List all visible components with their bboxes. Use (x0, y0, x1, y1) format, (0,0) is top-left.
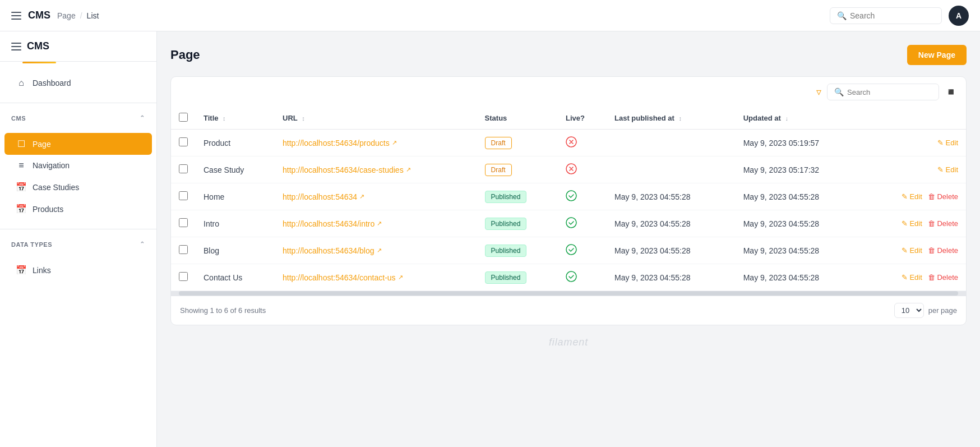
row-url[interactable]: http://localhost:54634/products ↗ (283, 139, 469, 148)
avatar[interactable]: A (949, 6, 969, 26)
row-checkbox[interactable] (179, 272, 188, 281)
updated-at-cell: May 9, 2023 05:17:32 (736, 156, 865, 183)
status-badge: Published (485, 218, 527, 230)
updated-at-cell: May 9, 2023 04:55:28 (736, 210, 865, 237)
last-published-cell: May 9, 2023 04:55:28 (607, 183, 736, 210)
sidebar-item-page[interactable]: ☐ Page (4, 133, 152, 155)
horizontal-scrollbar[interactable] (171, 291, 966, 296)
row-checkbox[interactable] (179, 218, 188, 227)
edit-button[interactable]: ✎ Edit (937, 165, 958, 174)
delete-button[interactable]: 🗑 Delete (928, 273, 958, 282)
home-icon: ⌂ (16, 78, 27, 88)
filter-icon[interactable]: ▿ (816, 86, 821, 98)
col-status: Status (477, 107, 558, 130)
edit-button[interactable]: ✎ Edit (902, 246, 922, 255)
showing-text: Showing 1 to 6 of 6 results (180, 306, 266, 315)
row-checkbox[interactable] (179, 164, 188, 173)
delete-button[interactable]: 🗑 Delete (928, 246, 958, 255)
sidebar-item-navigation[interactable]: ≡ Navigation (4, 155, 152, 176)
sidebar-item-links-label: Links (33, 266, 51, 275)
col-live: Live? (558, 107, 607, 130)
live-yes-icon (566, 244, 577, 255)
external-link-icon: ↗ (392, 139, 397, 146)
edit-button[interactable]: ✎ Edit (902, 273, 922, 282)
row-url[interactable]: http://localhost:54634/intro ↗ (283, 219, 469, 228)
action-cell: ✎ Edit 🗑 Delete (872, 273, 958, 282)
action-cell: ✎ Edit (872, 139, 958, 147)
table-row: Intro http://localhost:54634/intro ↗ Pub… (171, 210, 966, 237)
edit-button[interactable]: ✎ Edit (902, 219, 922, 228)
table-row: Product http://localhost:54634/products … (171, 130, 966, 156)
live-no-icon (566, 163, 577, 174)
row-title: Product (196, 130, 275, 156)
sidebar-item-products[interactable]: 📅 Products (4, 198, 152, 220)
last-published-cell (607, 130, 736, 156)
table-search-input[interactable] (847, 88, 932, 96)
delete-button[interactable]: 🗑 Delete (928, 219, 958, 228)
row-url[interactable]: http://localhost:54634 ↗ (283, 192, 469, 201)
sidebar-item-links[interactable]: 📅 Links (4, 259, 152, 281)
sidebar-item-dashboard[interactable]: ⌂ Dashboard (4, 72, 152, 94)
per-page-select[interactable]: 10 25 50 (894, 303, 924, 318)
delete-button[interactable]: 🗑 Delete (928, 192, 958, 201)
select-all-checkbox[interactable] (179, 113, 188, 122)
action-cell: ✎ Edit (872, 165, 958, 174)
status-badge: Published (485, 191, 527, 203)
sidebar-item-navigation-label: Navigation (33, 161, 70, 170)
edit-button[interactable]: ✎ Edit (937, 139, 958, 147)
sidebar-cms-header: CMS ⌃ (11, 110, 145, 124)
row-checkbox[interactable] (179, 245, 188, 254)
live-cell (558, 130, 607, 156)
row-checkbox[interactable] (179, 191, 188, 200)
last-published-cell: May 9, 2023 04:55:28 (607, 210, 736, 237)
links-icon: 📅 (16, 265, 27, 275)
action-cell: ✎ Edit 🗑 Delete (872, 246, 958, 255)
sidebar-hamburger-icon[interactable] (11, 43, 21, 50)
sidebar-data-types-nav: 📅 Links (0, 252, 156, 288)
topbar-right: 🔍 A (830, 6, 969, 26)
external-link-icon: ↗ (377, 220, 382, 227)
sidebar-data-types-section: DATA TYPES ⌃ (0, 232, 156, 252)
products-icon: 📅 (16, 204, 27, 214)
row-checkbox[interactable] (179, 137, 188, 146)
row-url[interactable]: http://localhost:54634/case-studies ↗ (283, 165, 469, 174)
last-published-cell: May 9, 2023 04:55:28 (607, 264, 736, 291)
sidebar-item-products-label: Products (33, 205, 63, 214)
hamburger-icon[interactable] (11, 12, 21, 20)
sidebar-cms-section: CMS ⌃ (0, 105, 156, 126)
watermark: filament (170, 325, 967, 360)
updated-at-cell: May 9, 2023 04:55:28 (736, 183, 865, 210)
topbar: CMS Page / List 🔍 A (0, 0, 980, 31)
topbar-search-input[interactable] (850, 11, 935, 20)
row-title: Intro (196, 210, 275, 237)
last-published-cell: May 9, 2023 04:55:28 (607, 237, 736, 264)
breadcrumb-page: Page (57, 11, 76, 20)
row-url[interactable]: http://localhost:54634/contact-us ↗ (283, 273, 469, 282)
row-title: Blog (196, 237, 275, 264)
status-badge: Published (485, 271, 527, 284)
sidebar-divider-1 (0, 103, 156, 103)
search-icon: 🔍 (837, 11, 847, 20)
navigation-icon: ≡ (16, 160, 27, 170)
live-yes-icon (566, 271, 577, 282)
topbar-search-box[interactable]: 🔍 (830, 7, 942, 24)
breadcrumb-separator: / (80, 11, 82, 20)
sidebar-cms-nav: ☐ Page ≡ Navigation 📅 Case Studies 📅 Pro… (0, 126, 156, 227)
columns-icon[interactable]: ◾ (945, 86, 957, 98)
external-link-icon: ↗ (377, 247, 382, 254)
status-badge: Published (485, 245, 527, 257)
svg-point-4 (566, 245, 576, 255)
table-row: Blog http://localhost:54634/blog ↗ Publi… (171, 237, 966, 264)
row-url[interactable]: http://localhost:54634/blog ↗ (283, 246, 469, 255)
new-page-button[interactable]: New Page (907, 45, 967, 65)
status-badge: Draft (485, 137, 512, 149)
sidebar-item-case-studies[interactable]: 📅 Case Studies (4, 176, 152, 198)
scrollbar-thumb (179, 291, 958, 296)
per-page-wrap: 10 25 50 per page (894, 303, 957, 318)
action-cell: ✎ Edit 🗑 Delete (872, 192, 958, 201)
live-cell (558, 264, 607, 291)
table-footer: Showing 1 to 6 of 6 results 10 25 50 per… (171, 296, 966, 325)
edit-button[interactable]: ✎ Edit (902, 192, 922, 201)
chevron-up-icon: ⌃ (140, 114, 145, 122)
table-search-box[interactable]: 🔍 (827, 84, 939, 100)
